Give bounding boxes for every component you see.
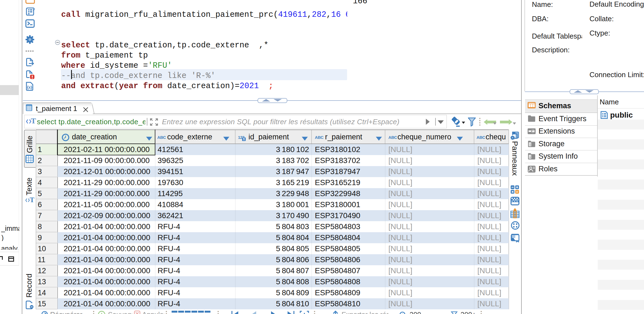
svg-text:{x}: {x} xyxy=(27,85,32,90)
